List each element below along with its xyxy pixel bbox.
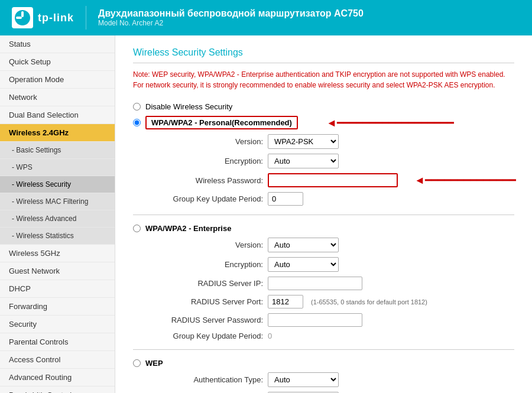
sidebar-item-dhcp[interactable]: DHCP bbox=[0, 280, 115, 298]
group-key-wrapper bbox=[268, 192, 303, 206]
wpa-personal-section: WPA/WPA2 - Personal(Recommended) ◄━━━━━━… bbox=[133, 116, 514, 206]
disable-security-radio[interactable] bbox=[133, 103, 141, 111]
radius-ip-wrapper bbox=[268, 277, 362, 290]
version-select-wrapper: WPA2-PSK WPA-PSK Auto bbox=[268, 134, 339, 149]
enterprise-version-select[interactable]: Auto WPA WPA2 bbox=[268, 238, 339, 252]
sidebar-item-wireless-security[interactable]: - Wireless Security bbox=[0, 176, 115, 193]
enterprise-encryption-label: Encryption: bbox=[145, 260, 263, 269]
sidebar-item-dual-band[interactable]: Dual Band Selection bbox=[0, 106, 115, 124]
radius-password-input[interactable] bbox=[268, 313, 362, 327]
radius-port-row: RADIUS Server Port: (1-65535, 0 stands f… bbox=[145, 295, 514, 308]
logo-text: tp-link bbox=[38, 12, 74, 24]
header-title: Двухдиапазонный беспроводной маршрутизат… bbox=[98, 8, 364, 19]
arrow-password: ◄━━━━━━━━━━━━━━ bbox=[414, 174, 516, 187]
wireless-password-input[interactable] bbox=[268, 173, 398, 187]
disable-security-label[interactable]: Disable Wireless Security bbox=[145, 102, 232, 111]
radius-port-label: RADIUS Server Port: bbox=[145, 297, 263, 306]
wpa-personal-header-row: WPA/WPA2 - Personal(Recommended) ◄━━━━━━… bbox=[133, 116, 514, 129]
version-label: Version: bbox=[145, 137, 263, 146]
sidebar-item-access-control[interactable]: Access Control bbox=[0, 351, 115, 369]
wpa-personal-label[interactable]: WPA/WPA2 - Personal(Recommended) bbox=[151, 118, 292, 127]
wpa-enterprise-label[interactable]: WPA/WPA2 - Enterprise bbox=[145, 224, 231, 233]
divider2 bbox=[133, 349, 514, 350]
sidebar-item-forwarding[interactable]: Forwarding bbox=[0, 298, 115, 316]
radius-ip-row: RADIUS Server IP: bbox=[145, 277, 514, 290]
sidebar-item-advanced-routing[interactable]: Advanced Routing bbox=[0, 369, 115, 386]
password-input-wrapper bbox=[268, 173, 398, 187]
enterprise-group-key-row: Group Key Update Period: 0 bbox=[145, 332, 514, 340]
group-key-input[interactable] bbox=[268, 192, 303, 206]
group-key-label: Group Key Update Period: bbox=[145, 194, 263, 203]
radius-ip-label: RADIUS Server IP: bbox=[145, 279, 263, 288]
encryption-select[interactable]: Auto TKIP AES bbox=[268, 154, 339, 168]
logo-area: tp-link bbox=[12, 7, 74, 28]
header-subtitle: Model No. Archer A2 bbox=[98, 19, 364, 27]
wep-section: WEP Authentication Type: Auto Open Syste… bbox=[133, 359, 514, 393]
header: tp-link Двухдиапазонный беспроводной мар… bbox=[0, 0, 532, 35]
radius-port-hint: (1-65535, 0 stands for default port 1812… bbox=[311, 298, 427, 306]
sidebar-item-network[interactable]: Network bbox=[0, 89, 115, 106]
enterprise-group-key-label: Group Key Update Period: bbox=[145, 332, 263, 340]
enterprise-version-row: Version: Auto WPA WPA2 bbox=[145, 238, 514, 252]
sidebar: Status Quick Setup Operation Mode Networ… bbox=[0, 35, 115, 393]
enterprise-version-wrapper: Auto WPA WPA2 bbox=[268, 238, 339, 252]
sidebar-item-wireless-24[interactable]: Wireless 2.4GHz bbox=[0, 124, 115, 142]
encryption-label: Encryption: bbox=[145, 157, 263, 165]
header-divider bbox=[86, 6, 86, 30]
sidebar-item-wireless-advanced[interactable]: - Wireless Advanced bbox=[0, 210, 115, 228]
auth-type-select[interactable]: Auto Open System Shared Key bbox=[268, 372, 339, 387]
sidebar-item-bandwidth-control[interactable]: Bandwidth Control bbox=[0, 386, 115, 393]
wep-radio[interactable] bbox=[133, 359, 141, 367]
encryption-select-wrapper: Auto TKIP AES bbox=[268, 154, 339, 168]
note-line2: For network security, it is strongly rec… bbox=[133, 81, 495, 89]
wpa-personal-label-box: WPA/WPA2 - Personal(Recommended) bbox=[145, 116, 298, 129]
auth-type-row: Authentication Type: Auto Open System Sh… bbox=[145, 372, 514, 387]
svg-rect-2 bbox=[16, 17, 22, 19]
sidebar-item-parental-controls[interactable]: Parental Controls bbox=[0, 333, 115, 351]
password-row: Wireless Password: ◄━━━━━━━━━━━━━━ bbox=[145, 173, 514, 187]
version-select[interactable]: WPA2-PSK WPA-PSK Auto bbox=[268, 134, 339, 149]
sidebar-item-basic-settings[interactable]: - Basic Settings bbox=[0, 142, 115, 159]
radius-password-wrapper bbox=[268, 313, 362, 327]
auth-type-label: Authentication Type: bbox=[145, 375, 263, 384]
layout: Status Quick Setup Operation Mode Networ… bbox=[0, 35, 532, 393]
sidebar-item-wireless-5g[interactable]: Wireless 5GHz bbox=[0, 245, 115, 262]
wpa-personal-radio[interactable] bbox=[133, 119, 141, 126]
radius-port-input[interactable] bbox=[268, 295, 303, 308]
sidebar-item-wireless-stats[interactable]: - Wireless Statistics bbox=[0, 228, 115, 245]
encryption-row: Encryption: Auto TKIP AES bbox=[145, 154, 514, 168]
wep-header-row: WEP bbox=[133, 359, 514, 368]
sidebar-item-quick-setup[interactable]: Quick Setup bbox=[0, 53, 115, 71]
group-key-row: Group Key Update Period: bbox=[145, 192, 514, 206]
wpa-enterprise-header-row: WPA/WPA2 - Enterprise bbox=[133, 224, 514, 233]
wep-label[interactable]: WEP bbox=[145, 359, 163, 368]
sidebar-item-guest-network[interactable]: Guest Network bbox=[0, 262, 115, 280]
page-title: Wireless Security Settings bbox=[133, 47, 514, 63]
logo-icon bbox=[12, 7, 33, 28]
enterprise-version-label: Version: bbox=[145, 241, 263, 249]
enterprise-encryption-select[interactable]: Auto TKIP AES bbox=[268, 257, 339, 272]
enterprise-group-key-value: 0 bbox=[268, 332, 272, 340]
divider1 bbox=[133, 215, 514, 215]
wpa-enterprise-radio[interactable] bbox=[133, 225, 141, 232]
auth-type-wrapper: Auto Open System Shared Key bbox=[268, 372, 339, 387]
radius-password-label: RADIUS Server Password: bbox=[145, 316, 263, 324]
main-content: Wireless Security Settings Note: WEP sec… bbox=[115, 35, 532, 393]
radius-ip-input[interactable] bbox=[268, 277, 362, 290]
note-line1: Note: WEP security, WPA/WPA2 - Enterpris… bbox=[133, 70, 505, 79]
wpa-enterprise-section: WPA/WPA2 - Enterprise Version: Auto WPA … bbox=[133, 224, 514, 340]
header-title-area: Двухдиапазонный беспроводной маршрутизат… bbox=[98, 8, 364, 27]
radius-port-wrapper bbox=[268, 295, 303, 308]
wireless-password-label: Wireless Password: bbox=[145, 176, 263, 185]
enterprise-encryption-wrapper: Auto TKIP AES bbox=[268, 257, 339, 272]
sidebar-item-status[interactable]: Status bbox=[0, 35, 115, 53]
disable-security-row: Disable Wireless Security bbox=[133, 102, 514, 111]
version-row: Version: WPA2-PSK WPA-PSK Auto bbox=[145, 134, 514, 149]
sidebar-item-operation-mode[interactable]: Operation Mode bbox=[0, 71, 115, 89]
note-box: Note: WEP security, WPA/WPA2 - Enterpris… bbox=[133, 69, 514, 90]
svg-rect-1 bbox=[21, 11, 24, 17]
enterprise-encryption-row: Encryption: Auto TKIP AES bbox=[145, 257, 514, 272]
sidebar-item-wps[interactable]: - WPS bbox=[0, 159, 115, 176]
sidebar-item-security[interactable]: Security bbox=[0, 316, 115, 333]
sidebar-item-mac-filtering[interactable]: - Wireless MAC Filtering bbox=[0, 193, 115, 210]
